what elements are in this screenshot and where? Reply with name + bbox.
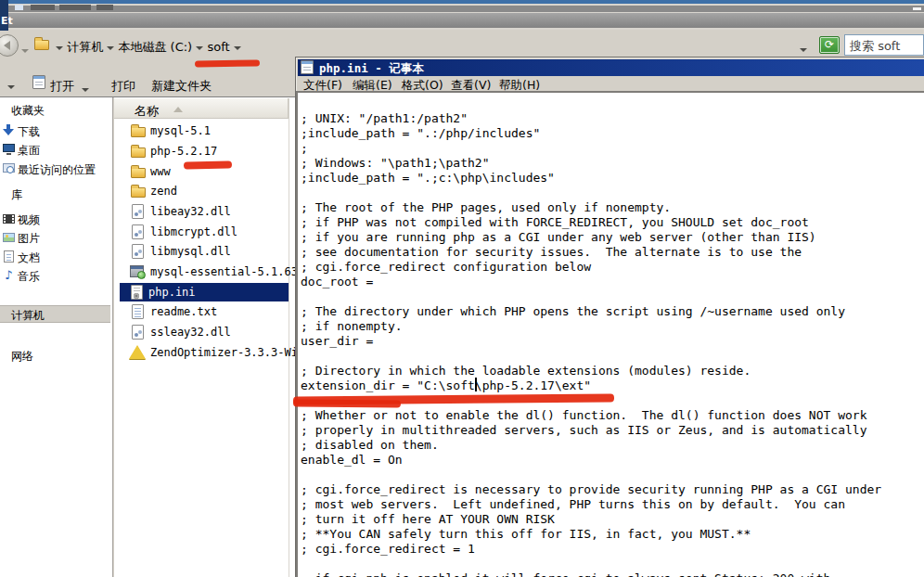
address-dropdown[interactable] <box>800 43 807 56</box>
dll-file-icon <box>132 204 144 219</box>
chevron-down-icon[interactable] <box>196 46 203 50</box>
file-row-zend[interactable]: zend <box>122 182 289 200</box>
background-title-fragment <box>31 5 55 10</box>
folder-icon <box>131 147 146 158</box>
refresh-button[interactable]: ⟳ <box>819 36 840 54</box>
recent-places-icon <box>3 163 15 173</box>
red-underline-soft-breadcrumb <box>195 59 260 67</box>
breadcrumb-soft[interactable]: soft <box>207 40 229 54</box>
file-row-php-5.2.17[interactable]: php-5.2.17 <box>122 142 289 160</box>
red-underline-extension-dir-stroke2 <box>293 400 401 408</box>
back-history-dropdown[interactable] <box>21 44 29 57</box>
refresh-icon: ⟳ <box>825 38 834 51</box>
chevron-down-icon <box>21 49 29 53</box>
download-icon <box>3 124 14 135</box>
sidebar-section-computer[interactable]: 计算机 <box>11 308 45 324</box>
file-row-libmcrypt-dll[interactable]: libmcrypt.dll <box>122 223 289 241</box>
open-button[interactable]: 打开 <box>50 78 74 95</box>
background-window-edge-highlight <box>8 4 924 6</box>
sidebar-section-favorites[interactable]: 收藏夹 <box>11 103 45 119</box>
file-row-readme-txt[interactable]: readme.txt <box>122 302 289 321</box>
background-window-icon <box>15 5 23 10</box>
red-underline-php-folder <box>184 161 232 170</box>
organize-dropdown-fragment[interactable] <box>7 80 15 93</box>
chevron-down-icon <box>800 48 807 52</box>
dll-file-icon <box>132 325 144 340</box>
file-row-php-ini-selected[interactable]: php.ini <box>120 283 289 301</box>
notepad-text-content[interactable]: ; UNIX: "/path1:/path2" ;include_path = … <box>301 96 922 577</box>
chevron-down-icon <box>7 85 15 89</box>
sort-ascending-icon <box>173 107 183 112</box>
sidebar-item-music[interactable]: 音乐 <box>18 269 40 285</box>
background-title-fragment <box>59 5 91 10</box>
file-row-zendoptimizer[interactable]: ZendOptimizer-3.3.3-Windo <box>122 343 289 362</box>
breadcrumb: 计算机 本地磁盘 (C:) soft <box>56 39 241 56</box>
notepad-icon <box>301 60 314 74</box>
chevron-down-icon[interactable] <box>107 46 114 50</box>
explorer-title-text: Et <box>1 15 13 27</box>
desktop-icon <box>3 144 15 152</box>
column-header-label: 名称 <box>135 103 159 120</box>
dll-file-icon <box>132 244 144 259</box>
videos-icon <box>3 214 15 224</box>
search-input[interactable]: 搜索 soft <box>844 34 924 56</box>
print-button[interactable]: 打印 <box>111 78 135 95</box>
breadcrumb-local-disk-c[interactable]: 本地磁盘 (C:) <box>118 40 192 54</box>
documents-icon <box>4 250 14 263</box>
new-folder-button[interactable]: 新建文件夹 <box>151 78 212 95</box>
music-icon: ♪ <box>5 270 12 281</box>
column-divider[interactable] <box>289 98 289 577</box>
folder-icon <box>131 187 146 198</box>
sidebar-item-recent-places[interactable]: 最近访问的位置 <box>18 162 96 178</box>
dll-file-icon <box>132 224 144 239</box>
background-window-control <box>913 7 921 10</box>
folder-icon <box>131 168 146 178</box>
installer-icon <box>130 265 144 277</box>
notepad-title: php.ini - 记事本 <box>319 61 424 77</box>
back-arrow-icon <box>4 41 10 50</box>
file-row-mysql-essential[interactable]: mysql-essential-5.1.63-wi <box>122 263 289 281</box>
sidebar-section-libraries[interactable]: 库 <box>11 187 22 203</box>
breadcrumb-computer[interactable]: 计算机 <box>67 40 103 54</box>
sidebar-section-network[interactable]: 网络 <box>11 349 33 365</box>
chevron-down-icon[interactable] <box>234 46 241 50</box>
text-cursor <box>475 378 477 391</box>
file-row-libmysql-dll[interactable]: libmysql.dll <box>122 242 289 261</box>
sidebar-item-pictures[interactable]: 图片 <box>18 231 40 247</box>
zend-installer-icon <box>129 345 146 359</box>
sidebar-item-videos[interactable]: 视频 <box>18 212 40 228</box>
open-file-icon <box>32 75 45 89</box>
file-row-libeay32-dll[interactable]: libeay32.dll <box>122 202 289 221</box>
chevron-down-icon[interactable] <box>56 46 63 50</box>
explorer-titlebar[interactable] <box>8 12 924 30</box>
text-file-icon <box>132 304 144 319</box>
file-row-mysql-5.1[interactable]: mysql-5.1 <box>122 122 289 140</box>
sidebar-item-desktop[interactable]: 桌面 <box>18 143 40 159</box>
ini-file-icon <box>131 285 143 300</box>
background-title-fragment <box>96 5 113 10</box>
open-dropdown[interactable] <box>82 83 89 96</box>
sidebar-item-downloads[interactable]: 下载 <box>18 124 40 140</box>
folder-icon <box>131 127 146 137</box>
file-row-ssleay32-dll[interactable]: ssleay32.dll <box>122 323 289 341</box>
address-folder-icon <box>34 40 49 50</box>
chevron-down-icon <box>82 88 89 92</box>
sidebar-item-documents[interactable]: 文档 <box>18 250 40 266</box>
pictures-icon <box>3 233 15 242</box>
